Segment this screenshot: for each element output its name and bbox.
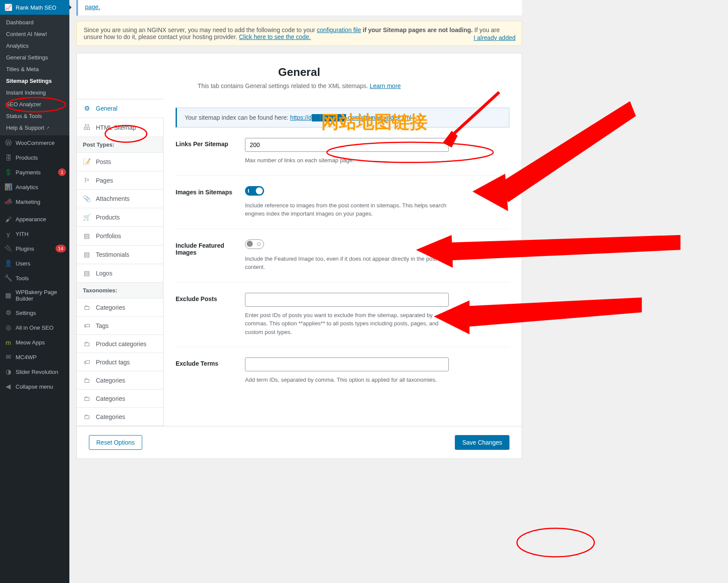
nginx-text-pre: Since you are using an NGINX server, you…: [84, 26, 317, 33]
submenu-help-support[interactable]: Help & Support ↗: [0, 122, 69, 134]
tab-testimonials[interactable]: ▤Testimonials: [77, 246, 163, 264]
payments-badge: 1: [58, 168, 66, 176]
payments-icon: 💲: [4, 168, 12, 176]
settings-tabs: ⚙General 品HTML Sitemap Post Types: 📝Post…: [77, 99, 163, 426]
sidebar-item-wpbakery[interactable]: ▦WPBakery Page Builder: [0, 285, 69, 305]
meow-icon: m: [4, 338, 12, 346]
collapse-icon: ◀: [4, 383, 12, 390]
submenu-analytics[interactable]: Analytics: [0, 40, 69, 52]
submenu-status-tools[interactable]: Status & Tools: [0, 110, 69, 122]
external-icon: ↗: [46, 125, 49, 130]
nginx-already-added[interactable]: I already added: [473, 34, 516, 41]
sidebar-item-analytics[interactable]: 📊Analytics: [0, 180, 69, 194]
folder-icon: 🗀: [83, 304, 91, 311]
marketing-icon: 📣: [4, 198, 12, 206]
tab-categories-4[interactable]: 🗀Categories: [77, 408, 163, 426]
tab-product-tags[interactable]: 🏷Product tags: [77, 353, 163, 371]
tag-icon: 🏷: [83, 322, 91, 329]
settings-icon: ⚙: [4, 309, 12, 317]
sidebar-item-mc4wp[interactable]: ✉MC4WP: [0, 350, 69, 364]
label-images-in-sitemaps: Images in Sitemaps: [176, 186, 245, 196]
yith-icon: γ: [4, 230, 12, 238]
tab-pages[interactable]: 🏳Pages: [77, 171, 163, 190]
cart-icon: 🛒: [83, 213, 91, 221]
nginx-code-link[interactable]: Click here to see the code.: [239, 33, 311, 40]
sidebar-item-aioseo[interactable]: ◎All in One SEO: [0, 320, 69, 335]
reset-options-button[interactable]: Reset Options: [89, 435, 142, 450]
toggle-include-featured[interactable]: [245, 239, 264, 249]
sidebar-item-woocommerce[interactable]: ⓌWooCommerce: [0, 135, 69, 150]
learn-more-link[interactable]: Learn more: [370, 82, 401, 89]
row-exclude-posts: Exclude Posts Enter post IDs of posts yo…: [176, 282, 509, 347]
tab-product-categories[interactable]: 🗀Product categories: [77, 335, 163, 353]
sitemap-icon: 品: [83, 123, 91, 131]
save-changes-button[interactable]: Save Changes: [455, 435, 509, 450]
input-exclude-posts[interactable]: [245, 293, 449, 307]
row-images-in-sitemaps: Images in Sitemaps Include reference to …: [176, 176, 509, 229]
rank-math-submenu: Dashboard Content AI New! Analytics Gene…: [0, 15, 69, 135]
tab-products[interactable]: 🛒Products: [77, 208, 163, 227]
submenu-general-settings[interactable]: General Settings: [0, 52, 69, 63]
sidebar-item-rank-math[interactable]: 📈 Rank Math SEO: [0, 0, 69, 15]
aioseo-icon: ◎: [4, 324, 12, 331]
sidebar-item-payments[interactable]: 💲Payments1: [0, 165, 69, 180]
notice-nginx: Since you are using an NGINX server, you…: [76, 21, 522, 46]
toggle-images-in-sitemaps[interactable]: [245, 186, 264, 196]
submenu-dashboard[interactable]: Dashboard: [0, 16, 69, 28]
sitemap-url-link[interactable]: https://d████████.com/sitemap_index.xml: [290, 114, 411, 121]
tab-section-taxonomies: Taxonomies:: [77, 283, 163, 298]
submenu-sitemap-settings[interactable]: Sitemap Settings: [0, 75, 69, 87]
tab-categories-2[interactable]: 🗀Categories: [77, 371, 163, 390]
plugins-badge: 14: [55, 245, 66, 252]
gear-icon: ⚙: [83, 105, 91, 112]
sidebar-item-settings[interactable]: ⚙Settings: [0, 305, 69, 320]
submenu-seo-analyzer[interactable]: SEO Analyzer: [0, 98, 69, 110]
folder-icon: 🗀: [83, 413, 91, 420]
mc4wp-icon: ✉: [4, 353, 12, 361]
notice-top-link[interactable]: page.: [85, 3, 100, 10]
tab-html-sitemap[interactable]: 品HTML Sitemap: [77, 118, 163, 137]
tab-categories[interactable]: 🗀Categories: [77, 298, 163, 317]
sidebar-item-collapse[interactable]: ◀Collapse menu: [0, 379, 69, 394]
sidebar-item-products[interactable]: 🗄Products: [0, 150, 69, 165]
tab-section-post-types: Post Types:: [77, 137, 163, 153]
row-exclude-terms: Exclude Terms Add term IDs, separated by…: [176, 347, 509, 395]
input-links-per-sitemap[interactable]: [245, 138, 449, 152]
tab-tags[interactable]: 🏷Tags: [77, 317, 163, 335]
wp-admin-sidebar: 📈 Rank Math SEO Dashboard Content AI New…: [0, 0, 69, 583]
sidebar-item-users[interactable]: 👤Users: [0, 256, 69, 271]
slider-icon: ◑: [4, 368, 12, 376]
sitemap-url-box: Your sitemap index can be found here: ht…: [176, 108, 509, 128]
folder-icon: 🗀: [83, 395, 91, 402]
nginx-config-link[interactable]: configuration file: [317, 26, 361, 33]
sidebar-item-plugins[interactable]: 🔌Plugins14: [0, 241, 69, 256]
sidebar-label: Rank Math SEO: [16, 4, 66, 11]
users-icon: 👤: [4, 259, 12, 267]
tab-logos[interactable]: ▤Logos: [77, 264, 163, 283]
sidebar-item-appearance[interactable]: 🖌Appearance: [0, 212, 69, 226]
submenu-instant-indexing[interactable]: Instant Indexing: [0, 87, 69, 98]
sidebar-item-slider-revolution[interactable]: ◑Slider Revolution: [0, 364, 69, 379]
help-exclude-posts: Enter post IDs of posts you want to excl…: [245, 311, 449, 337]
help-exclude-terms: Add term IDs, separated by comma. This o…: [245, 376, 449, 384]
sitemap-intro: Your sitemap index can be found here:: [185, 114, 290, 121]
notice-top: page.: [76, 0, 522, 16]
folder-icon: 🗀: [83, 340, 91, 347]
label-include-featured: Include Featured Images: [176, 242, 245, 256]
settings-footer: Reset Options Save Changes: [77, 426, 522, 459]
input-exclude-terms[interactable]: [245, 357, 449, 371]
tab-general[interactable]: ⚙General: [77, 99, 163, 118]
submenu-content-ai[interactable]: Content AI New!: [0, 28, 69, 40]
tab-posts[interactable]: 📝Posts: [77, 153, 163, 171]
main-content: page. Since you are using an NGINX serve…: [69, 0, 529, 583]
sidebar-item-marketing[interactable]: 📣Marketing: [0, 194, 69, 209]
tools-icon: 🔧: [4, 274, 12, 282]
submenu-titles-meta[interactable]: Titles & Meta: [0, 63, 69, 75]
label-exclude-posts: Exclude Posts: [176, 293, 245, 302]
tab-categories-3[interactable]: 🗀Categories: [77, 390, 163, 408]
sidebar-item-yith[interactable]: γYITH: [0, 226, 69, 241]
sidebar-item-tools[interactable]: 🔧Tools: [0, 271, 69, 285]
sidebar-item-meow[interactable]: mMeow Apps: [0, 335, 69, 350]
tab-attachments[interactable]: 📎Attachments: [77, 190, 163, 208]
tab-portfolios[interactable]: ▤Portfolios: [77, 227, 163, 246]
